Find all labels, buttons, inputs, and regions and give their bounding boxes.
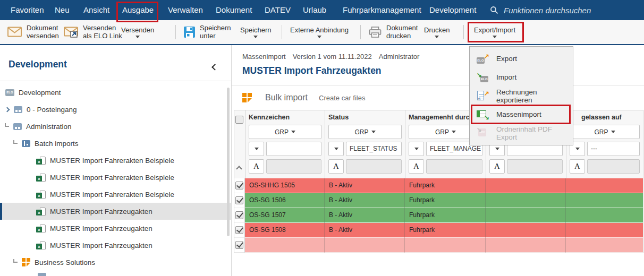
filter-dropdown[interactable]: [328, 142, 344, 156]
excel-file-icon: x: [36, 191, 46, 199]
collapse-corner-icon[interactable]: [13, 259, 18, 263]
chevron-down-icon: [435, 36, 439, 38]
row-checkbox[interactable]: [235, 226, 243, 234]
text-filter-field[interactable]: [346, 159, 402, 174]
menu-item-massenimport[interactable]: ↘ Massenimport: [470, 105, 573, 124]
function-search[interactable]: Funktionen durchsuchen: [490, 0, 591, 20]
group-button[interactable]: GRP: [328, 125, 402, 139]
menu-item-datev[interactable]: DATEV: [265, 0, 291, 20]
menu-item-ausgabe[interactable]: Ausgabe: [122, 0, 154, 20]
text-filter-field[interactable]: [266, 159, 321, 174]
tree-item-development-root[interactable]: ELO Development: [0, 84, 231, 101]
tree-item-muster-fahrerakten-3[interactable]: x MUSTER Import Fahrerakten Beispiele: [0, 186, 231, 203]
document-author: Administrator: [379, 53, 420, 61]
filter-dropdown[interactable]: [409, 142, 424, 156]
filter-dropdown[interactable]: [249, 142, 264, 156]
text-filter-field[interactable]: [507, 159, 563, 174]
font-filter-button[interactable]: A: [249, 159, 264, 174]
table-row[interactable]: [234, 238, 643, 253]
tree-item-muster-fahrerakten-2[interactable]: x MUSTER Import Fahrerakten Beispiele: [0, 169, 231, 186]
document-version: Version 1 vom 11.11.2022: [293, 53, 372, 61]
cell-4: [486, 178, 566, 193]
tree-item-muster-fahrzeugakten-selected[interactable]: x MUSTER Import Fahrzeugakten: [0, 203, 231, 220]
column-gelassen-auf: gelassen auf GRP --- A: [566, 110, 643, 178]
menu-item-fuhrparkmanagement[interactable]: Fuhrparkmanagement: [343, 0, 421, 20]
menu-item-ordnerinhalt-pdf-export: PDF ↘ Ordnerinhalt PDF Export: [470, 124, 573, 142]
filter-field[interactable]: [266, 142, 321, 156]
menu-item-verwalten[interactable]: Verwalten: [168, 0, 203, 20]
font-filter-button[interactable]: A: [328, 159, 344, 174]
menu-item-favoriten[interactable]: Favoriten: [11, 0, 44, 20]
tree-item-posteingang[interactable]: 0 - Posteingang: [0, 101, 231, 118]
group-button[interactable]: GRP: [249, 125, 321, 139]
menu-item-export[interactable]: ELO ↗ Export: [470, 49, 573, 68]
row-checkbox[interactable]: [235, 211, 243, 219]
row-checkbox[interactable]: [235, 182, 243, 189]
document-meta: Massenimport Version 1 vom 11.11.2022 Ad…: [242, 53, 419, 61]
text-filter-field[interactable]: [426, 159, 482, 174]
menu-item-dokument[interactable]: Dokument: [216, 0, 252, 20]
chevron-down-icon: [253, 36, 258, 38]
table-row[interactable]: OS-SG 1507 B - Aktiv Fuhrpark: [234, 208, 643, 223]
table-row[interactable]: OS-SHHG 1505 B - Aktiv Fuhrpark: [234, 178, 643, 193]
cell-kennzeichen: OS-SG 1507: [245, 208, 325, 223]
menu-item-rechnungen-exportieren[interactable]: € ↗ Rechnungen exportieren: [470, 87, 573, 105]
table-row[interactable]: OS-SG 1506 B - Aktiv Fuhrpark: [234, 193, 643, 208]
tree-item-administration[interactable]: Administration: [0, 118, 231, 135]
excel-file-icon: x: [36, 242, 46, 249]
filter-field[interactable]: FLEET_STATUS: [346, 142, 402, 156]
save-dropdown-button[interactable]: Speichern: [240, 21, 272, 43]
font-filter-button[interactable]: A: [409, 159, 424, 174]
collapse-header-icon[interactable]: [236, 166, 242, 171]
group-button[interactable]: GRP: [570, 125, 640, 139]
cell-kennzeichen: [245, 238, 325, 253]
menu-item-development[interactable]: Development: [429, 0, 476, 20]
tree-item-muster-fahrerakten-1[interactable]: x MUSTER Import Fahrerakten Beispiele: [0, 152, 231, 169]
tree-item-batch-imports[interactable]: Batch imports: [0, 135, 231, 152]
font-filter-button[interactable]: A: [489, 159, 505, 174]
row-checkbox[interactable]: [235, 196, 243, 204]
partially-visible-tree-icon: [38, 273, 46, 276]
collapse-corner-icon[interactable]: [13, 140, 18, 144]
tree-item-muster-fahrzeugakten-2[interactable]: x MUSTER Import Fahrzeugakten: [0, 220, 231, 237]
export-import-dropdown-button[interactable]: Export/Import: [474, 21, 515, 43]
print-document-button[interactable]: Dokumentdrucken: [369, 21, 418, 43]
toolbar-separator: [282, 25, 282, 39]
send-document-button[interactable]: Dokumentversenden: [7, 21, 59, 43]
sidebar-collapse-button[interactable]: [213, 62, 219, 68]
elo-archive-icon: ELO: [5, 89, 14, 96]
tab-create-car-files[interactable]: Create car files: [319, 94, 365, 102]
search-icon: [490, 6, 498, 14]
search-placeholder: Funktionen durchsuchen: [504, 6, 591, 15]
expand-chevron-icon[interactable]: [5, 107, 10, 112]
tree-item-muster-fahrzeugakten-3[interactable]: x MUSTER Import Fahrzeugakten: [0, 237, 231, 254]
tab-bulk-import[interactable]: Bulk import: [265, 93, 308, 102]
menu-item-ansicht[interactable]: Ansicht: [83, 0, 109, 20]
send-as-elo-link-button[interactable]: Versendenals ELO Link: [64, 21, 122, 43]
menu-item-import[interactable]: ELO ↘ Import: [470, 68, 573, 87]
font-filter-button[interactable]: A: [570, 159, 585, 174]
document-type: Massenimport: [242, 53, 286, 61]
select-all-checkbox[interactable]: [235, 116, 243, 124]
row-checkbox[interactable]: [235, 241, 243, 249]
send-dropdown-button[interactable]: Versenden: [121, 21, 154, 43]
menu-item-neu[interactable]: Neu: [55, 0, 70, 20]
grid-header: Kennzeichen GRP A Status GRP FLEET_STATU…: [234, 110, 643, 178]
menu-item-urlaub[interactable]: Urlaub: [303, 0, 326, 20]
export-arrow-icon: ↗: [484, 90, 489, 97]
elo-export-icon: ELO ↗: [477, 53, 489, 64]
document-title: MUSTER Import Fahrzeugakten: [242, 65, 382, 76]
collapse-corner-icon[interactable]: [5, 123, 9, 127]
print-dropdown-button[interactable]: Drucken: [424, 21, 450, 43]
save-as-button[interactable]: Speichernunter: [184, 21, 231, 43]
cell-4: [486, 193, 566, 208]
filter-field[interactable]: ---: [587, 142, 640, 156]
chevron-down-icon: [495, 148, 499, 150]
sidebar-scrollbar[interactable]: [227, 88, 230, 236]
tree-item-business-solutions[interactable]: Business Solutions: [0, 254, 231, 271]
chevron-down-icon: [334, 148, 338, 150]
text-filter-field[interactable]: [587, 159, 640, 174]
table-row[interactable]: OS-SG 1508 B - Aktiv Fuhrpark: [234, 223, 643, 238]
cell-status: B - Aktiv: [325, 193, 405, 208]
external-connection-dropdown-button[interactable]: Externe Anbindung: [290, 21, 349, 43]
